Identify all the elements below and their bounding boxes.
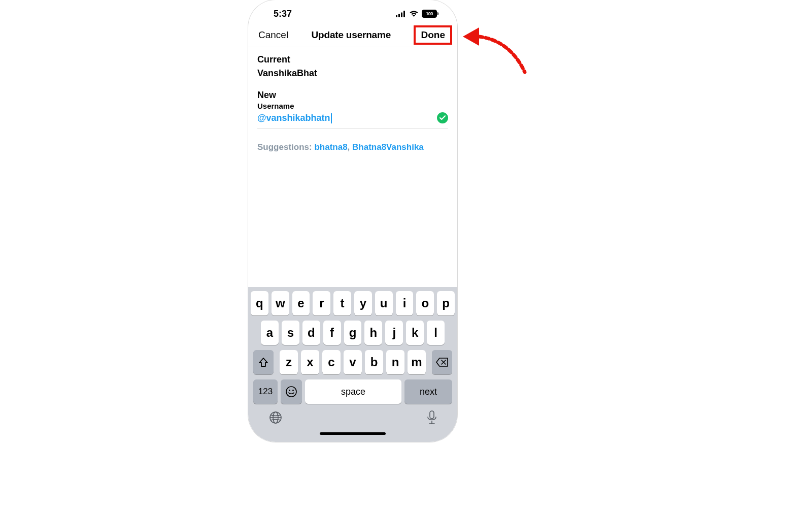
key-n[interactable]: n	[386, 350, 404, 374]
username-field-label: Username	[257, 102, 448, 110]
key-g[interactable]: g	[344, 321, 362, 345]
done-button[interactable]: Done	[421, 29, 445, 40]
key-d[interactable]: d	[302, 321, 320, 345]
key-e[interactable]: e	[292, 291, 310, 315]
mic-icon[interactable]	[426, 410, 437, 427]
key-y[interactable]: y	[354, 291, 372, 315]
key-q[interactable]: q	[251, 291, 268, 315]
key-r[interactable]: r	[313, 291, 330, 315]
svg-rect-2	[401, 12, 402, 17]
current-username: VanshikaBhat	[257, 68, 448, 79]
form-content: Current VanshikaBhat New Username @vansh…	[248, 47, 457, 152]
phone-frame: 5:37 100 Cancel Update username Done Cur…	[248, 0, 457, 442]
key-b[interactable]: b	[365, 350, 383, 374]
username-input-row: @vanshikabhatn	[257, 112, 448, 129]
key-z[interactable]: z	[280, 350, 298, 374]
current-label: Current	[257, 54, 448, 65]
home-indicator	[320, 432, 386, 435]
keyboard-row-4: 123 space next	[251, 379, 455, 404]
status-time: 5:37	[274, 9, 292, 19]
status-icons: 100	[396, 10, 437, 18]
key-j[interactable]: j	[385, 321, 403, 345]
emoji-key[interactable]	[281, 379, 302, 404]
key-h[interactable]: h	[364, 321, 382, 345]
svg-rect-10	[430, 411, 434, 419]
key-w[interactable]: w	[272, 291, 289, 315]
key-o[interactable]: o	[416, 291, 434, 315]
key-u[interactable]: u	[375, 291, 393, 315]
key-l[interactable]: l	[427, 321, 445, 345]
wifi-icon	[409, 10, 419, 17]
valid-check-icon	[437, 112, 448, 123]
username-input[interactable]: @vanshikabhatn	[257, 113, 330, 123]
key-p[interactable]: p	[437, 291, 455, 315]
battery-icon: 100	[422, 10, 437, 18]
key-x[interactable]: x	[301, 350, 319, 374]
key-s[interactable]: s	[282, 321, 299, 345]
suggestions-label: Suggestions:	[257, 142, 314, 152]
backspace-key[interactable]	[432, 350, 452, 374]
cancel-button[interactable]: Cancel	[258, 29, 288, 41]
svg-marker-13	[463, 27, 479, 46]
globe-icon[interactable]	[268, 410, 283, 427]
key-f[interactable]: f	[323, 321, 341, 345]
next-key[interactable]: next	[404, 379, 452, 404]
key-m[interactable]: m	[408, 350, 426, 374]
suggestions: Suggestions: bhatna8, Bhatna8Vanshika	[257, 142, 448, 152]
numeric-key[interactable]: 123	[253, 379, 278, 404]
cellular-icon	[396, 11, 406, 17]
page-title: Update username	[312, 29, 391, 41]
svg-rect-3	[403, 11, 405, 17]
keyboard-bottom-row	[251, 408, 455, 432]
key-a[interactable]: a	[261, 321, 279, 345]
svg-rect-1	[398, 14, 400, 17]
key-k[interactable]: k	[406, 321, 424, 345]
status-bar: 5:37 100	[248, 0, 457, 24]
suggestion-link[interactable]: Bhatna8Vanshika	[352, 142, 424, 152]
key-t[interactable]: t	[333, 291, 351, 315]
keyboard-row-3: z x c v b n m	[251, 350, 455, 374]
svg-point-6	[292, 390, 294, 391]
keyboard-row-1: q w e r t y u i o p	[251, 291, 455, 315]
nav-bar: Cancel Update username Done	[248, 24, 457, 47]
svg-point-5	[289, 390, 290, 391]
space-key[interactable]: space	[305, 379, 401, 404]
new-label: New	[257, 90, 448, 101]
annotation-arrow	[462, 25, 533, 76]
key-v[interactable]: v	[344, 350, 362, 374]
svg-point-4	[286, 387, 296, 397]
shift-key[interactable]	[253, 350, 274, 374]
done-button-highlight: Done	[414, 25, 452, 45]
key-c[interactable]: c	[322, 350, 341, 374]
keyboard: q w e r t y u i o p a s d f g h j k l	[248, 287, 457, 442]
suggestion-link[interactable]: bhatna8	[314, 142, 347, 152]
keyboard-row-2: a s d f g h j k l	[251, 321, 455, 345]
svg-rect-0	[396, 15, 397, 17]
key-i[interactable]: i	[396, 291, 414, 315]
